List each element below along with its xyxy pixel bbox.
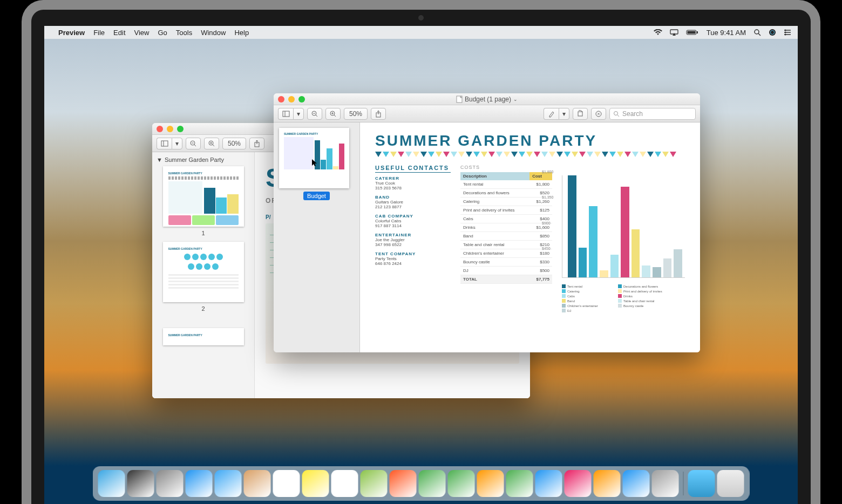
zoom-level[interactable]: 50% [222,138,246,149]
toolbar-front: ▾ 50% ▾ Search [274,105,700,122]
menu-help[interactable]: Help [234,29,249,37]
sidebar-view-button[interactable] [157,138,172,149]
svg-line-40 [617,115,619,117]
dock-app-finder[interactable] [98,470,125,497]
legend-item: Cabs [562,294,610,298]
camera-dot [418,15,424,21]
notification-center-icon[interactable] [784,29,791,36]
sidebar-view-dropdown[interactable]: ▾ [293,108,304,120]
share-button[interactable] [371,108,386,120]
chart-bar [663,258,672,277]
dock-app-launchpad[interactable] [157,470,184,497]
dock-app-keynote[interactable] [535,470,562,497]
menu-tools[interactable]: Tools [176,29,192,37]
chart-bar [632,229,640,277]
svg-line-22 [213,145,214,146]
sidebar-document-title[interactable]: ▼ Summer Garden Party [157,156,250,163]
legend-item: Children's entertainer [562,304,610,308]
dock-downloads[interactable] [688,470,715,497]
dock-app-ibooks[interactable] [594,470,621,497]
menu-view[interactable]: View [134,29,150,37]
dock-app-facetime[interactable] [448,470,475,497]
dock-app-mail[interactable] [215,470,242,497]
dock-app-maps[interactable] [361,470,388,497]
battery-icon[interactable] [686,29,699,36]
legend-item: Decorations and flowers [618,284,667,288]
minimize-button[interactable] [288,96,295,103]
window-title[interactable]: Budget (1 page) ⌄ [456,96,518,103]
airplay-icon[interactable] [670,29,678,36]
legend-item: Catering [562,289,610,293]
dock-app-reminders[interactable] [331,470,358,497]
zoom-out-button[interactable] [186,138,201,149]
menu-file[interactable]: File [93,29,105,37]
dock-app-notes[interactable] [302,470,329,497]
page-thumbnail-selected[interactable]: SUMMER GARDEN PARTY [279,128,349,188]
menu-window[interactable]: Window [201,29,226,37]
fullscreen-button[interactable] [177,126,184,132]
dock-app-messages[interactable] [419,470,446,497]
thumbnail-sidebar[interactable]: SUMMER GARDEN PARTY Budget [274,122,360,352]
preview-window-budget[interactable]: Budget (1 page) ⌄ ▾ 50% ▾ [274,93,700,352]
spotlight-icon[interactable] [753,29,761,36]
table-row: Cabs$400 [460,215,552,223]
rotate-button[interactable] [573,108,588,120]
highlight-button[interactable] [544,108,559,120]
markup-button[interactable] [591,108,606,120]
highlight-dropdown[interactable]: ▾ [559,108,569,120]
svg-rect-14 [161,141,168,146]
dock-app-app-store[interactable] [623,470,650,497]
page-thumbnail-1[interactable]: SUMMER GARDEN PARTY [163,166,244,227]
dock-app-photos[interactable] [390,470,417,497]
sidebar-view-button[interactable] [278,108,293,120]
app-name[interactable]: Preview [58,29,85,37]
zoom-in-button[interactable] [325,108,341,120]
dock-app-numbers[interactable] [506,470,533,497]
cursor-icon [312,159,317,167]
svg-line-30 [316,115,317,117]
disclosure-triangle-icon[interactable]: ▼ [157,156,162,163]
y-axis-tick: $1,800 [542,170,553,174]
thumbnail-sidebar[interactable]: ▼ Summer Garden Party SUMMER GARDEN PART… [152,152,255,398]
dock-app-calendar[interactable] [273,470,300,497]
y-axis-tick: $900 [542,221,551,224]
legend-item: Table and chair rental [618,299,667,303]
share-button[interactable] [249,138,264,149]
search-input[interactable]: Search [609,108,696,120]
table-row: DJ$500 [460,267,552,275]
titlebar-front[interactable]: Budget (1 page) ⌄ [274,93,700,105]
table-row: Drinks$1,600 [460,223,552,232]
zoom-out-button[interactable] [307,108,322,120]
page-thumbnail-3[interactable]: SUMMER GARDEN PARTY [163,328,244,345]
contact-block: TENT COMPANYParty Tents646 876 2424 [375,251,451,266]
siri-icon[interactable] [769,29,776,36]
dock-trash[interactable] [717,470,744,497]
page-thumbnail-2[interactable]: SUMMER GARDEN PARTY [163,242,244,302]
table-row: Catering$1,260 [460,197,552,206]
minimize-button[interactable] [167,126,173,132]
contact-block: CAB COMPANYColorful Cabs917 887 3114 [375,214,451,228]
zoom-level[interactable]: 50% [344,108,368,120]
menubar-clock[interactable]: Tue 9:41 AM [707,29,746,37]
dock-app-safari[interactable] [186,470,213,497]
close-button[interactable] [157,126,163,132]
dock-app-itunes[interactable] [565,470,592,497]
zoom-in-button[interactable] [204,138,219,149]
menu-go[interactable]: Go [158,29,167,37]
table-row: Children's entertainer$180 [460,249,552,258]
wifi-icon[interactable] [654,29,662,36]
legend-item: DJ [562,309,610,312]
sidebar-view-dropdown[interactable]: ▾ [172,138,182,149]
chart-bar [568,175,576,277]
fullscreen-button[interactable] [298,96,305,103]
dock-app-system-preferences[interactable] [652,470,679,497]
svg-rect-3 [697,31,698,33]
dock-app-siri[interactable] [127,470,154,497]
svg-line-5 [758,33,760,36]
chart-bar [642,265,650,277]
close-button[interactable] [278,96,284,103]
menu-edit[interactable]: Edit [113,29,125,37]
document-page: SUMMER GARDEN PARTY USEFUL CONTACTS CATE… [360,122,700,352]
dock-app-contacts[interactable] [244,470,271,497]
dock-app-pages[interactable] [477,470,504,497]
